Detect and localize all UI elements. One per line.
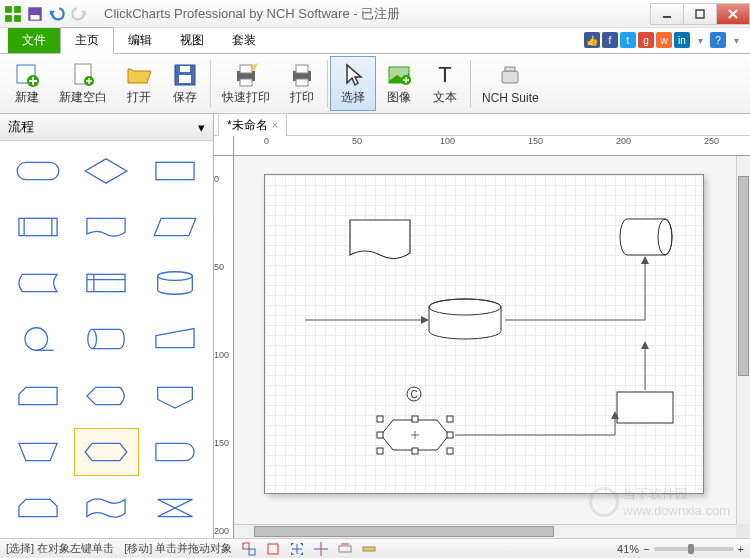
shape-process[interactable] [143,147,207,195]
shape-stored-data[interactable] [6,259,70,307]
document-tab[interactable]: *未命名 × [218,113,287,137]
select-button[interactable]: 选择 [330,56,376,111]
document-tabbar: *未命名 × [214,114,750,136]
thumbs-up-icon[interactable]: 👍 [584,32,600,48]
image-icon [385,61,413,89]
tab-home[interactable]: 主页 [60,27,114,54]
facebook-icon[interactable]: f [602,32,618,48]
diagram-copyright-icon[interactable]: C [405,385,423,403]
chevron-down-icon[interactable]: ▾ [728,32,744,48]
save-icon[interactable] [26,5,44,23]
status-dimensions-icon[interactable] [338,542,352,556]
shape-database[interactable] [143,259,207,307]
help-icon[interactable]: ? [710,32,726,48]
shape-loop-limit[interactable] [6,484,70,532]
shapes-header[interactable]: 流程 ▾ [0,114,213,141]
page[interactable]: C [264,174,704,494]
svg-text:C: C [410,389,417,400]
twitter-icon[interactable]: t [620,32,636,48]
window-title: ClickCharts Professional by NCH Software… [104,5,651,23]
new-blank-button[interactable]: 新建空白 [50,56,116,111]
shape-manual-operation[interactable] [6,428,70,476]
quick-print-button[interactable]: 快速打印 [213,56,279,111]
shapes-grid [0,141,213,538]
close-tab-icon[interactable]: × [272,119,278,131]
shape-off-page[interactable] [143,372,207,420]
main-area: 流程 ▾ [0,114,750,538]
svg-rect-26 [296,79,308,86]
svg-rect-25 [296,65,308,73]
shape-internal-storage[interactable] [74,259,138,307]
status-expand-icon[interactable] [290,542,304,556]
tab-view[interactable]: 视图 [166,28,218,53]
scrollbar-vertical[interactable] [736,156,750,524]
tab-suite[interactable]: 套装 [218,28,270,53]
open-button[interactable]: 打开 [116,56,162,111]
shape-tape[interactable] [74,484,138,532]
maximize-button[interactable] [683,3,717,25]
shape-decision[interactable] [74,147,138,195]
tab-file[interactable]: 文件 [8,28,60,53]
shape-terminator[interactable] [6,147,70,195]
shape-direct-data[interactable] [74,315,138,363]
nch-suite-button[interactable]: NCH Suite [473,56,548,111]
title-bar: ClickCharts Professional by NCH Software… [0,0,750,28]
redo-icon[interactable] [70,5,88,23]
minimize-button[interactable] [650,3,684,25]
app-icon[interactable] [4,5,22,23]
image-button[interactable]: 图像 [376,56,422,111]
svg-rect-58 [447,432,453,438]
shape-delay[interactable] [143,428,207,476]
svg-point-28 [393,71,397,75]
zoom-slider[interactable] [654,547,734,551]
scrollbar-horizontal[interactable] [234,524,736,538]
chevron-down-icon[interactable]: ▾ [692,32,708,48]
shape-preparation[interactable] [74,428,138,476]
ruler-tick: 200 [616,136,631,146]
close-button[interactable] [716,3,750,25]
save-icon [171,61,199,89]
undo-icon[interactable] [48,5,66,23]
save-button[interactable]: 保存 [162,56,208,111]
diagram-cylinder-shape[interactable] [425,295,505,345]
svg-rect-69 [339,546,351,552]
separator [327,60,328,107]
google-plus-icon[interactable]: g [638,32,654,48]
shape-collate[interactable] [143,484,207,532]
svg-rect-35 [17,162,59,179]
diagram-document-shape[interactable] [345,215,415,265]
shape-document[interactable] [74,203,138,251]
zoom-in-button[interactable]: + [738,543,744,555]
svg-rect-1 [14,6,21,13]
linkedin-icon[interactable]: in [674,32,690,48]
zoom-out-button[interactable]: − [643,543,649,555]
diagram-preparation-shape-selected[interactable] [375,410,455,460]
print-button[interactable]: 打印 [279,56,325,111]
weibo-icon[interactable]: w [656,32,672,48]
svg-rect-60 [412,448,418,454]
window-controls [651,3,750,25]
tab-edit[interactable]: 编辑 [114,28,166,53]
svg-rect-5 [31,15,40,20]
canvas[interactable]: C [234,156,736,524]
shape-sequential-data[interactable] [6,315,70,363]
shape-card[interactable] [6,372,70,420]
button-label: NCH Suite [482,91,539,105]
shape-manual-input[interactable] [143,315,207,363]
separator [210,60,211,107]
status-snap-icon[interactable] [266,542,280,556]
shape-display[interactable] [74,372,138,420]
chevron-down-icon[interactable]: ▾ [198,120,205,135]
svg-rect-57 [377,432,383,438]
button-label: 新建空白 [59,89,107,106]
shape-predefined-process[interactable] [6,203,70,251]
status-ruler-icon[interactable] [362,542,376,556]
diagram-direct-data-shape[interactable] [615,215,675,260]
shape-data[interactable] [143,203,207,251]
text-button[interactable]: T 文本 [422,56,468,111]
diagram-process-shape[interactable] [615,390,675,425]
status-layers-icon[interactable] [242,542,256,556]
new-button[interactable]: 新建 [4,56,50,111]
status-grid-icon[interactable] [314,542,328,556]
ruler-tick: 250 [704,136,719,146]
